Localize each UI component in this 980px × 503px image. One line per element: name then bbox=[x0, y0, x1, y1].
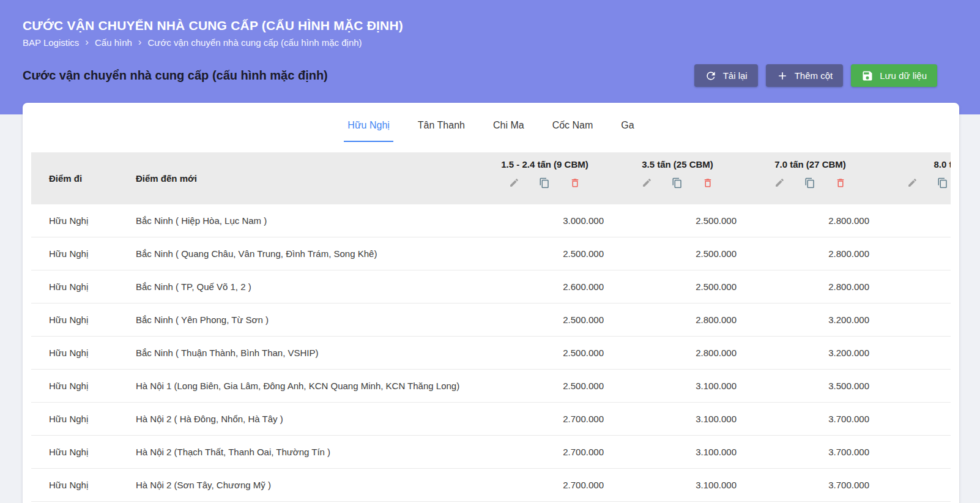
table-header-row: Điểm đi Điểm đến mới 1.5 - 2.4 tấn (9 CB… bbox=[31, 152, 951, 204]
content-card: Hữu NghịTân ThanhChi MaCốc NamGa Điểm đi… bbox=[23, 103, 959, 503]
breadcrumb: BAP Logistics › Cấu hình › Cước vận chuy… bbox=[23, 37, 937, 48]
save-icon bbox=[861, 70, 874, 82]
delete-icon[interactable] bbox=[570, 177, 581, 188]
rate-column-header: 1.5 - 2.4 tấn (9 CBM) bbox=[478, 152, 611, 204]
tab-ga[interactable]: Ga bbox=[617, 110, 637, 142]
rates-table-wrapper: Điểm đi Điểm đến mới 1.5 - 2.4 tấn (9 CB… bbox=[31, 152, 951, 502]
rate-cell[interactable]: 3.700.000 bbox=[744, 447, 877, 457]
rate-column-header: 8.0 t bbox=[877, 152, 951, 204]
copy-icon[interactable] bbox=[804, 177, 815, 188]
tab-bar: Hữu NghịTân ThanhChi MaCốc NamGa bbox=[23, 110, 959, 142]
breadcrumb-item-bap-logistics[interactable]: BAP Logistics bbox=[23, 37, 79, 48]
rate-cell[interactable]: 2.500.000 bbox=[478, 248, 611, 259]
table-row: Hữu NghịBắc Ninh ( TP, Quế Võ 1, 2 )2.60… bbox=[31, 270, 951, 304]
table-row: Hữu NghịBắc Ninh ( Thuận Thành, Bình Tha… bbox=[31, 337, 951, 370]
rate-cell[interactable]: 3.200.000 bbox=[744, 348, 877, 358]
rate-column-label: 8.0 t bbox=[877, 159, 951, 170]
row-destination: Hà Nội 2 (Sơn Tây, Chương Mỹ ) bbox=[136, 480, 478, 490]
copy-icon[interactable] bbox=[937, 177, 948, 188]
rate-cell[interactable]: 2.800.000 bbox=[744, 248, 877, 259]
rate-cell[interactable]: 2.800.000 bbox=[744, 281, 877, 292]
edit-icon[interactable] bbox=[509, 177, 519, 188]
save-data-button-label: Lưu dữ liệu bbox=[880, 70, 927, 81]
table-row: Hữu NghịHà Nội 2 (Thạch Thất, Thanh Oai,… bbox=[31, 436, 951, 469]
edit-icon[interactable] bbox=[642, 177, 652, 188]
rate-cell[interactable]: 3.200.000 bbox=[744, 315, 877, 325]
rate-column-actions bbox=[478, 177, 611, 188]
tab-tan-thanh[interactable]: Tân Thanh bbox=[414, 110, 469, 142]
rate-column-header: 7.0 tấn (27 CBM) bbox=[744, 152, 877, 204]
table-body: Hữu NghịBắc Ninh ( Hiệp Hòa, Lục Nam )3.… bbox=[31, 204, 951, 502]
rate-cell[interactable]: 2.800.000 bbox=[611, 348, 744, 358]
section-subtitle: Cước vận chuyển nhà cung cấp (cấu hình m… bbox=[23, 69, 328, 83]
table-row: Hữu NghịHà Nội 2 (Sơn Tây, Chương Mỹ )2.… bbox=[31, 469, 951, 502]
row-origin: Hữu Nghị bbox=[31, 414, 136, 424]
rate-cell[interactable]: 3.100.000 bbox=[611, 447, 744, 457]
rate-cell[interactable]: 2.800.000 bbox=[744, 215, 877, 226]
chevron-right-icon: › bbox=[85, 37, 89, 47]
rate-column-label: 7.0 tấn (27 CBM) bbox=[744, 159, 877, 170]
rate-cell[interactable]: 2.500.000 bbox=[611, 248, 744, 259]
row-destination: Bắc Ninh ( TP, Quế Võ 1, 2 ) bbox=[136, 281, 478, 292]
rate-column-actions bbox=[877, 177, 951, 188]
add-column-button-label: Thêm cột bbox=[795, 70, 833, 81]
table-row: Hữu NghịHà Nội 1 (Long Biên, Gia Lâm, Đô… bbox=[31, 370, 951, 403]
rate-cell[interactable]: 2.500.000 bbox=[611, 215, 744, 226]
add-column-button[interactable]: Thêm cột bbox=[766, 64, 844, 87]
delete-icon[interactable] bbox=[835, 177, 846, 188]
rate-cell[interactable]: 2.500.000 bbox=[478, 315, 611, 325]
rate-cell[interactable]: 3.500.000 bbox=[744, 381, 877, 391]
destination-column-header: Điểm đến mới bbox=[136, 152, 478, 204]
rate-cell[interactable]: 2.700.000 bbox=[478, 414, 611, 424]
rate-column-label: 1.5 - 2.4 tấn (9 CBM) bbox=[478, 159, 611, 170]
top-header-band: CƯỚC VẬN CHUYỂN NHÀ CUNG CẤP (CẤU HÌNH M… bbox=[0, 0, 980, 114]
row-destination: Hà Nội 1 (Long Biên, Gia Lâm, Đông Anh, … bbox=[136, 381, 478, 391]
rate-cell[interactable]: 3.700.000 bbox=[744, 480, 877, 490]
rate-cell[interactable]: 3.700.000 bbox=[744, 414, 877, 424]
rate-cell[interactable]: 3.000.000 bbox=[478, 215, 611, 226]
row-destination: Bắc Ninh ( Yên Phong, Từ Sơn ) bbox=[136, 315, 478, 325]
reload-button[interactable]: Tải lại bbox=[694, 64, 758, 87]
rate-cell[interactable]: 2.800.000 bbox=[611, 315, 744, 325]
row-destination: Bắc Ninh ( Thuận Thành, Bình Than, VSHIP… bbox=[136, 348, 478, 358]
rate-column-label: 3.5 tấn (25 CBM) bbox=[611, 159, 744, 170]
reload-button-label: Tải lại bbox=[723, 70, 748, 81]
rate-cell[interactable]: 3.100.000 bbox=[611, 381, 744, 391]
edit-icon[interactable] bbox=[907, 177, 918, 188]
rate-column-actions bbox=[744, 177, 877, 188]
table-row: Hữu NghịBắc Ninh ( Yên Phong, Từ Sơn )2.… bbox=[31, 304, 951, 337]
page-title: CƯỚC VẬN CHUYỂN NHÀ CUNG CẤP (CẤU HÌNH M… bbox=[23, 18, 937, 33]
row-origin: Hữu Nghị bbox=[31, 480, 136, 490]
tab-coc-nam[interactable]: Cốc Nam bbox=[549, 110, 597, 142]
row-origin: Hữu Nghị bbox=[31, 281, 136, 292]
copy-icon[interactable] bbox=[672, 177, 683, 188]
table-row: Hữu NghịHà Nội 2 ( Hà Đông, Nhổn, Hà Tây… bbox=[31, 403, 951, 436]
row-origin: Hữu Nghị bbox=[31, 315, 136, 325]
breadcrumb-item-cau-hinh[interactable]: Cấu hình bbox=[95, 37, 132, 48]
rate-cell[interactable]: 3.100.000 bbox=[611, 414, 744, 424]
rate-column-actions bbox=[611, 177, 744, 188]
row-destination: Bắc Ninh ( Quang Châu, Vân Trung, Đình T… bbox=[136, 248, 478, 259]
rate-cell[interactable]: 2.600.000 bbox=[478, 281, 611, 292]
rate-cell[interactable]: 2.500.000 bbox=[478, 348, 611, 358]
save-data-button[interactable]: Lưu dữ liệu bbox=[851, 64, 937, 87]
rate-cell[interactable]: 3.100.000 bbox=[611, 480, 744, 490]
tab-huu-nghi[interactable]: Hữu Nghị bbox=[344, 110, 393, 142]
rate-column-header: 3.5 tấn (25 CBM) bbox=[611, 152, 744, 204]
tab-chi-ma[interactable]: Chi Ma bbox=[489, 110, 528, 142]
row-origin: Hữu Nghị bbox=[31, 381, 136, 391]
row-origin: Hữu Nghị bbox=[31, 248, 136, 259]
rate-cell[interactable]: 2.500.000 bbox=[611, 281, 744, 292]
row-origin: Hữu Nghị bbox=[31, 447, 136, 457]
row-destination: Bắc Ninh ( Hiệp Hòa, Lục Nam ) bbox=[136, 215, 478, 226]
rate-cell[interactable]: 2.700.000 bbox=[478, 447, 611, 457]
plus-icon bbox=[776, 70, 789, 82]
edit-icon[interactable] bbox=[774, 177, 785, 188]
breadcrumb-item-current: Cước vận chuyển nhà cung cấp (cấu hình m… bbox=[148, 37, 362, 48]
rate-cell[interactable]: 2.500.000 bbox=[478, 381, 611, 391]
copy-icon[interactable] bbox=[539, 177, 550, 188]
rate-cell[interactable]: 2.700.000 bbox=[478, 480, 611, 490]
row-destination: Hà Nội 2 (Thạch Thất, Thanh Oai, Thường … bbox=[136, 447, 478, 457]
chevron-right-icon: › bbox=[138, 37, 142, 47]
delete-icon[interactable] bbox=[702, 177, 713, 188]
